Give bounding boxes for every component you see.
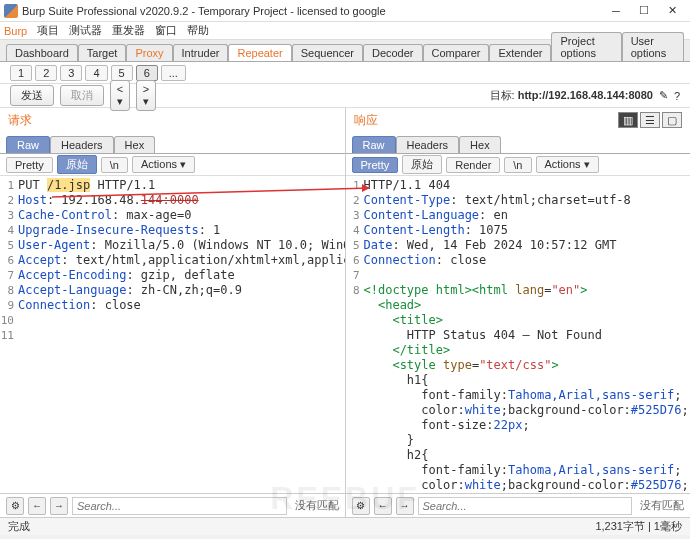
subtab-4[interactable]: 4 bbox=[85, 65, 107, 81]
resp-render[interactable]: Render bbox=[446, 157, 500, 173]
main-split: 请求 Raw Headers Hex Pretty 原始 \n Actions … bbox=[0, 108, 690, 517]
req-nomatch-label: 没有匹配 bbox=[295, 498, 339, 513]
request-search-input[interactable] bbox=[72, 497, 287, 515]
resp-settings-icon[interactable]: ⚙ bbox=[352, 497, 370, 515]
req-actions[interactable]: Actions ▾ bbox=[132, 156, 195, 173]
tab-proxy[interactable]: Proxy bbox=[126, 44, 172, 61]
response-search-input[interactable] bbox=[418, 497, 633, 515]
request-format-tabs: Raw Headers Hex bbox=[0, 132, 345, 154]
req-tab-hex[interactable]: Hex bbox=[114, 136, 156, 153]
layout-split-v-icon[interactable]: ☰ bbox=[640, 112, 660, 128]
view-layout-buttons: ▥ ☰ ▢ bbox=[618, 112, 682, 128]
response-pane: 响应 ▥ ☰ ▢ Raw Headers Hex Pretty 原始 Rende… bbox=[346, 108, 691, 517]
status-bar: 完成 1,231字节 | 1毫秒 bbox=[0, 517, 690, 535]
menu-project[interactable]: 项目 bbox=[37, 23, 59, 38]
req-prev-match-icon[interactable]: ← bbox=[28, 497, 46, 515]
resp-raw[interactable]: 原始 bbox=[402, 155, 442, 174]
history-fwd-button[interactable]: > ▾ bbox=[136, 80, 156, 111]
subtab-2[interactable]: 2 bbox=[35, 65, 57, 81]
main-tabbar: Dashboard Target Proxy Intruder Repeater… bbox=[0, 40, 690, 62]
tab-dashboard[interactable]: Dashboard bbox=[6, 44, 78, 61]
resp-actions[interactable]: Actions ▾ bbox=[536, 156, 599, 173]
tab-comparer[interactable]: Comparer bbox=[423, 44, 490, 61]
status-right: 1,231字节 | 1毫秒 bbox=[595, 519, 682, 534]
subtab-1[interactable]: 1 bbox=[10, 65, 32, 81]
resp-pretty[interactable]: Pretty bbox=[352, 157, 399, 173]
tab-intruder[interactable]: Intruder bbox=[173, 44, 229, 61]
menu-help[interactable]: 帮助 bbox=[187, 23, 209, 38]
resp-tab-hex[interactable]: Hex bbox=[459, 136, 501, 153]
request-title: 请求 bbox=[8, 112, 32, 129]
menu-window[interactable]: 窗口 bbox=[155, 23, 177, 38]
req-tab-headers[interactable]: Headers bbox=[50, 136, 114, 153]
tab-sequencer[interactable]: Sequencer bbox=[292, 44, 363, 61]
minimize-button[interactable]: ─ bbox=[602, 2, 630, 20]
request-pane: 请求 Raw Headers Hex Pretty 原始 \n Actions … bbox=[0, 108, 346, 517]
repeater-subtabs: 1 2 3 4 5 6 ... bbox=[0, 62, 690, 84]
tab-user-options[interactable]: User options bbox=[622, 32, 684, 61]
cancel-button[interactable]: 取消 bbox=[60, 85, 104, 106]
tab-target[interactable]: Target bbox=[78, 44, 127, 61]
layout-single-icon[interactable]: ▢ bbox=[662, 112, 682, 128]
resp-newline[interactable]: \n bbox=[504, 157, 531, 173]
req-settings-icon[interactable]: ⚙ bbox=[6, 497, 24, 515]
response-footer: ⚙ ← → 没有匹配 bbox=[346, 493, 691, 517]
menu-repeater[interactable]: 重发器 bbox=[112, 23, 145, 38]
subtab-6[interactable]: 6 bbox=[136, 65, 158, 81]
history-back-button[interactable]: < ▾ bbox=[110, 80, 130, 111]
send-button[interactable]: 发送 bbox=[10, 85, 54, 106]
req-tab-raw[interactable]: Raw bbox=[6, 136, 50, 153]
request-editor[interactable]: 1PUT /1.jsp HTTP/1.12Host: 192.168.48.14… bbox=[0, 176, 345, 493]
req-newline[interactable]: \n bbox=[101, 157, 128, 173]
subtab-more[interactable]: ... bbox=[161, 65, 186, 81]
window-title: Burp Suite Professional v2020.9.2 - Temp… bbox=[22, 5, 602, 17]
layout-split-h-icon[interactable]: ▥ bbox=[618, 112, 638, 128]
maximize-button[interactable]: ☐ bbox=[630, 2, 658, 20]
resp-tab-raw[interactable]: Raw bbox=[352, 136, 396, 153]
repeater-toolbar: 发送 取消 < ▾ > ▾ 目标: http://192.168.48.144:… bbox=[0, 84, 690, 108]
window-titlebar: Burp Suite Professional v2020.9.2 - Temp… bbox=[0, 0, 690, 22]
response-title: 响应 bbox=[354, 112, 378, 129]
req-next-match-icon[interactable]: → bbox=[50, 497, 68, 515]
response-editor[interactable]: 1HTTP/1.1 4042Content-Type: text/html;ch… bbox=[346, 176, 691, 493]
menu-tester[interactable]: 测试器 bbox=[69, 23, 102, 38]
request-footer: ⚙ ← → 没有匹配 bbox=[0, 493, 345, 517]
tab-extender[interactable]: Extender bbox=[489, 44, 551, 61]
req-raw[interactable]: 原始 bbox=[57, 155, 97, 174]
resp-nomatch-label: 没有匹配 bbox=[640, 498, 684, 513]
resp-tab-headers[interactable]: Headers bbox=[396, 136, 460, 153]
close-button[interactable]: ✕ bbox=[658, 2, 686, 20]
target-display: 目标: http://192.168.48.144:8080 bbox=[490, 88, 653, 103]
response-subbar: Pretty 原始 Render \n Actions ▾ bbox=[346, 154, 691, 176]
subtab-3[interactable]: 3 bbox=[60, 65, 82, 81]
help-icon[interactable]: ? bbox=[674, 90, 680, 102]
req-pretty[interactable]: Pretty bbox=[6, 157, 53, 173]
request-subbar: Pretty 原始 \n Actions ▾ bbox=[0, 154, 345, 176]
edit-target-icon[interactable]: ✎ bbox=[659, 89, 668, 102]
menu-burp[interactable]: Burp bbox=[4, 25, 27, 37]
subtab-5[interactable]: 5 bbox=[111, 65, 133, 81]
app-icon bbox=[4, 4, 18, 18]
tab-repeater[interactable]: Repeater bbox=[228, 44, 291, 61]
tab-decoder[interactable]: Decoder bbox=[363, 44, 423, 61]
resp-prev-match-icon[interactable]: ← bbox=[374, 497, 392, 515]
response-format-tabs: Raw Headers Hex bbox=[346, 132, 691, 154]
status-left: 完成 bbox=[8, 519, 30, 534]
tab-project-options[interactable]: Project options bbox=[551, 32, 621, 61]
resp-next-match-icon[interactable]: → bbox=[396, 497, 414, 515]
